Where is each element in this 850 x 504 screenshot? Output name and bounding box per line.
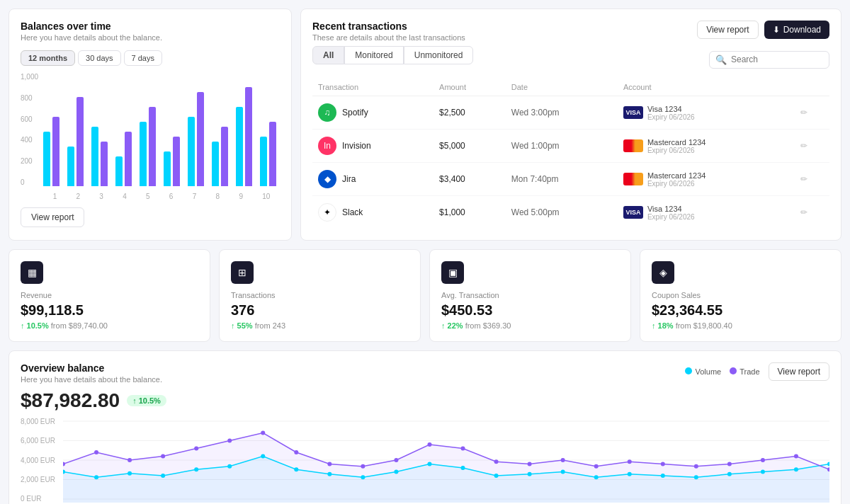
jira-icon: ◆ <box>318 170 336 188</box>
filter-7days[interactable]: 7 days <box>124 50 162 66</box>
account-info: Mastercard 1234Expiry 06/2026 <box>623 138 789 154</box>
stat-value: $23,364.55 <box>652 302 829 319</box>
table-row: In Invision $5,000 Wed 1:00pm Mastercard… <box>312 130 829 163</box>
bar-cyan <box>67 147 74 186</box>
overview-chart: 8,000 EUR 6,000 EUR 4,000 EUR 2,000 EUR … <box>21 418 829 504</box>
filter-30days[interactable]: 30 days <box>78 50 121 66</box>
stat-card: ◈ Coupon Sales $23,364.55 ↑ 18% from $19… <box>640 249 842 342</box>
svg-point-11 <box>261 454 265 459</box>
stat-label: Revenue <box>21 291 198 299</box>
filter-12months[interactable]: 12 months <box>21 50 75 66</box>
tx-amount: $3,400 <box>434 163 506 196</box>
account-details: Mastercard 1234Expiry 06/2026 <box>647 138 706 154</box>
bar-cyan <box>140 122 147 186</box>
bar-cyan <box>188 117 195 186</box>
svg-point-42 <box>494 459 499 464</box>
bar-purple <box>52 117 60 186</box>
tx-date: Wed 3:00pm <box>506 96 618 130</box>
svg-point-36 <box>294 450 298 454</box>
svg-point-39 <box>394 458 398 462</box>
transactions-title: Recent transactions <box>312 21 465 32</box>
stat-change: ↑ 10.5% from $89,740.00 <box>21 321 198 330</box>
edit-icon[interactable]: ✏ <box>800 108 808 118</box>
stat-label: Coupon Sales <box>652 291 829 299</box>
bar-group <box>188 92 208 186</box>
stat-icon: ◈ <box>652 261 674 284</box>
change-up: ↑ 55% <box>231 321 253 330</box>
balances-title: Balances over time <box>21 21 280 32</box>
svg-point-25 <box>727 472 732 476</box>
svg-point-21 <box>594 475 599 479</box>
download-icon: ⬇ <box>773 25 780 35</box>
tx-name-label: Spotify <box>342 108 368 118</box>
svg-point-45 <box>594 464 599 469</box>
edit-icon[interactable]: ✏ <box>800 174 808 184</box>
bar-group <box>164 137 183 186</box>
tab-unmonitored[interactable]: Unmonitored <box>404 46 474 64</box>
transactions-table-body: ♫ Spotify $2,500 Wed 3:00pm VISA Visa 12… <box>312 96 829 229</box>
transactions-table: Transaction Amount Date Account ♫ Spotif… <box>312 79 829 229</box>
stat-value: $99,118.5 <box>21 302 198 319</box>
chart-x-labels: 12345678910 <box>43 193 280 200</box>
mc-chip <box>623 173 643 185</box>
svg-point-15 <box>394 470 398 474</box>
tab-all[interactable]: All <box>312 46 344 64</box>
search-bar: 🔍 <box>709 51 829 69</box>
bar-group <box>140 107 159 186</box>
download-button[interactable]: ⬇ Download <box>764 21 829 39</box>
table-row: ◆ Jira $3,400 Mon 7:40pm Mastercard 1234… <box>312 163 829 196</box>
search-input[interactable] <box>731 55 823 64</box>
bar-purple <box>125 132 132 186</box>
tx-amount: $5,000 <box>434 130 506 163</box>
svg-point-38 <box>361 464 365 469</box>
stat-change: ↑ 22% from $369.30 <box>441 321 619 330</box>
bar-group <box>260 122 280 186</box>
visa-chip: VISA <box>623 206 643 219</box>
tx-date: Wed 5:00pm <box>506 196 618 229</box>
tx-name: ◆ Jira <box>318 170 428 188</box>
overview-view-report-button[interactable]: View report <box>769 362 829 381</box>
tx-name-label: Slack <box>342 207 363 217</box>
svg-point-33 <box>194 447 198 451</box>
bar-group <box>236 87 256 186</box>
svg-point-26 <box>761 470 765 474</box>
svg-point-9 <box>194 467 198 471</box>
balances-view-report-button[interactable]: View report <box>21 207 84 227</box>
slack-icon: ✦ <box>318 203 336 222</box>
tx-name-label: Jira <box>342 174 356 184</box>
transactions-card: Recent transactions These are details ab… <box>300 8 842 241</box>
bar-purple <box>76 97 84 186</box>
bar-purple <box>197 92 204 186</box>
balances-subtitle: Here you have details about the balance. <box>21 33 280 42</box>
visa-chip: VISA <box>623 106 643 119</box>
edit-icon[interactable]: ✏ <box>800 207 808 217</box>
account-info: Mastercard 1234Expiry 06/2026 <box>623 171 789 188</box>
change-up: ↑ 22% <box>441 321 463 330</box>
tx-name: In Invision <box>318 137 428 155</box>
tx-name: ♫ Spotify <box>318 103 428 122</box>
edit-icon[interactable]: ✏ <box>800 141 808 151</box>
view-report-button[interactable]: View report <box>697 21 758 39</box>
col-account: Account <box>618 79 829 96</box>
overview-card: Overview balance Here you have details a… <box>8 350 842 504</box>
chart-bars <box>43 73 280 186</box>
svg-point-32 <box>161 454 165 459</box>
stat-change: ↑ 55% from 243 <box>231 321 409 330</box>
tab-monitored[interactable]: Monitored <box>344 46 403 64</box>
mc-chip <box>623 139 643 152</box>
filter-tabs: All Monitored Unmonitored <box>312 46 473 64</box>
svg-point-30 <box>94 450 98 454</box>
overview-chart-svg <box>63 418 829 503</box>
svg-point-27 <box>794 467 798 471</box>
invision-icon: In <box>318 137 336 155</box>
svg-point-6 <box>94 475 98 479</box>
svg-point-18 <box>494 474 499 478</box>
stat-icon: ⊞ <box>231 261 254 284</box>
bar-cyan <box>43 132 50 186</box>
tx-amount: $1,000 <box>434 196 506 229</box>
balances-chart: 1,000 800 600 400 200 0 12345678910 <box>21 73 280 200</box>
stats-row: ▦ Revenue $99,118.5 ↑ 10.5% from $89,740… <box>8 249 842 342</box>
svg-point-34 <box>227 439 232 443</box>
svg-point-43 <box>528 462 532 466</box>
tx-date: Mon 7:40pm <box>506 163 618 196</box>
